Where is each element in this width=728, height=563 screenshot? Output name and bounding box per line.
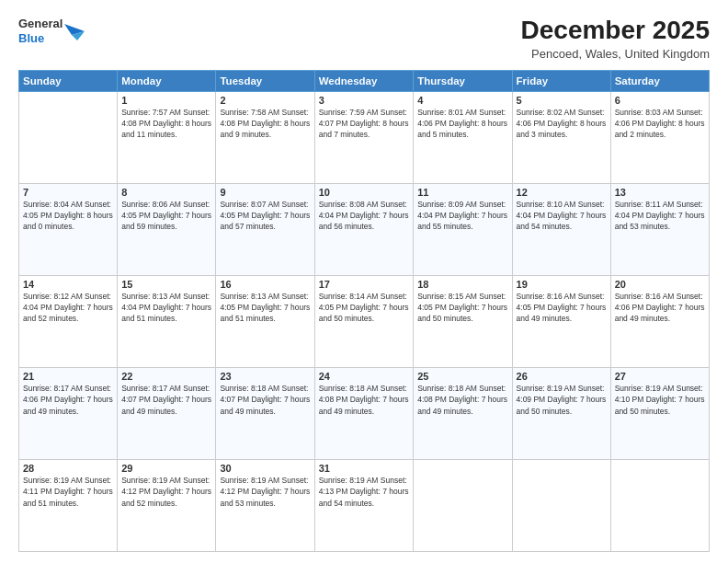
day-number: 2 xyxy=(220,95,310,106)
day-info: Sunrise: 7:57 AM Sunset: 4:08 PM Dayligh… xyxy=(121,107,211,141)
day-number: 8 xyxy=(121,187,211,198)
day-number: 15 xyxy=(121,279,211,290)
day-number: 17 xyxy=(319,279,410,290)
day-info: Sunrise: 8:12 AM Sunset: 4:04 PM Dayligh… xyxy=(23,291,113,325)
table-row: 12Sunrise: 8:10 AM Sunset: 4:04 PM Dayli… xyxy=(512,183,610,275)
day-number: 25 xyxy=(417,371,507,382)
table-row: 19Sunrise: 8:16 AM Sunset: 4:05 PM Dayli… xyxy=(512,275,610,367)
table-row: 30Sunrise: 8:19 AM Sunset: 4:12 PM Dayli… xyxy=(216,459,314,551)
day-number: 30 xyxy=(220,463,310,474)
day-number: 6 xyxy=(615,95,705,106)
subtitle: Pencoed, Wales, United Kingdom xyxy=(521,47,710,61)
day-info: Sunrise: 8:18 AM Sunset: 4:08 PM Dayligh… xyxy=(417,383,507,417)
day-info: Sunrise: 8:19 AM Sunset: 4:12 PM Dayligh… xyxy=(121,475,211,509)
day-info: Sunrise: 8:14 AM Sunset: 4:05 PM Dayligh… xyxy=(319,291,410,325)
day-number: 31 xyxy=(319,463,410,474)
table-row: 8Sunrise: 8:06 AM Sunset: 4:05 PM Daylig… xyxy=(118,183,216,275)
day-number: 9 xyxy=(220,187,310,198)
day-info: Sunrise: 8:01 AM Sunset: 4:06 PM Dayligh… xyxy=(417,107,507,141)
table-row: 28Sunrise: 8:19 AM Sunset: 4:11 PM Dayli… xyxy=(19,459,118,551)
day-info: Sunrise: 8:09 AM Sunset: 4:04 PM Dayligh… xyxy=(417,199,507,233)
table-row: 18Sunrise: 8:15 AM Sunset: 4:05 PM Dayli… xyxy=(414,275,512,367)
day-info: Sunrise: 8:04 AM Sunset: 4:05 PM Dayligh… xyxy=(23,199,113,233)
col-sunday: Sunday xyxy=(19,70,118,91)
table-row xyxy=(512,459,610,551)
day-number: 27 xyxy=(615,371,705,382)
logo: General Blue xyxy=(18,17,85,45)
day-info: Sunrise: 8:19 AM Sunset: 4:09 PM Dayligh… xyxy=(517,383,607,417)
table-row: 23Sunrise: 8:18 AM Sunset: 4:07 PM Dayli… xyxy=(216,367,314,459)
table-row: 10Sunrise: 8:08 AM Sunset: 4:04 PM Dayli… xyxy=(314,183,414,275)
table-row: 21Sunrise: 8:17 AM Sunset: 4:06 PM Dayli… xyxy=(19,367,118,459)
day-number: 11 xyxy=(417,187,507,198)
day-info: Sunrise: 8:18 AM Sunset: 4:07 PM Dayligh… xyxy=(220,383,310,417)
day-number: 5 xyxy=(517,95,607,106)
logo-bird-icon xyxy=(64,18,85,44)
day-info: Sunrise: 8:13 AM Sunset: 4:05 PM Dayligh… xyxy=(220,291,310,325)
table-row xyxy=(19,91,118,183)
col-saturday: Saturday xyxy=(610,70,709,91)
day-number: 21 xyxy=(23,371,113,382)
table-row: 14Sunrise: 8:12 AM Sunset: 4:04 PM Dayli… xyxy=(19,275,118,367)
table-row: 29Sunrise: 8:19 AM Sunset: 4:12 PM Dayli… xyxy=(118,459,216,551)
table-row: 31Sunrise: 8:19 AM Sunset: 4:13 PM Dayli… xyxy=(314,459,414,551)
col-wednesday: Wednesday xyxy=(314,70,414,91)
calendar-week-4: 21Sunrise: 8:17 AM Sunset: 4:06 PM Dayli… xyxy=(19,367,710,459)
day-number: 24 xyxy=(319,371,410,382)
calendar-week-5: 28Sunrise: 8:19 AM Sunset: 4:11 PM Dayli… xyxy=(19,459,710,551)
header: General Blue December 2025 Pencoed, Wale… xyxy=(18,17,710,61)
table-row: 11Sunrise: 8:09 AM Sunset: 4:04 PM Dayli… xyxy=(414,183,512,275)
day-number: 1 xyxy=(121,95,211,106)
col-tuesday: Tuesday xyxy=(216,70,314,91)
day-number: 16 xyxy=(220,279,310,290)
day-info: Sunrise: 7:58 AM Sunset: 4:08 PM Dayligh… xyxy=(220,107,310,141)
table-row: 15Sunrise: 8:13 AM Sunset: 4:04 PM Dayli… xyxy=(118,275,216,367)
col-monday: Monday xyxy=(118,70,216,91)
table-row xyxy=(414,459,512,551)
table-row: 26Sunrise: 8:19 AM Sunset: 4:09 PM Dayli… xyxy=(512,367,610,459)
day-info: Sunrise: 8:19 AM Sunset: 4:10 PM Dayligh… xyxy=(615,383,705,417)
day-number: 7 xyxy=(23,187,113,198)
logo-blue: Blue xyxy=(18,31,63,46)
col-friday: Friday xyxy=(512,70,610,91)
day-number: 14 xyxy=(23,279,113,290)
table-row xyxy=(610,459,709,551)
calendar-table: Sunday Monday Tuesday Wednesday Thursday… xyxy=(18,70,710,552)
day-info: Sunrise: 8:07 AM Sunset: 4:05 PM Dayligh… xyxy=(220,199,310,233)
table-row: 17Sunrise: 8:14 AM Sunset: 4:05 PM Dayli… xyxy=(314,275,414,367)
day-number: 20 xyxy=(615,279,705,290)
table-row: 9Sunrise: 8:07 AM Sunset: 4:05 PM Daylig… xyxy=(216,183,314,275)
calendar-week-3: 14Sunrise: 8:12 AM Sunset: 4:04 PM Dayli… xyxy=(19,275,710,367)
table-row: 2Sunrise: 7:58 AM Sunset: 4:08 PM Daylig… xyxy=(216,91,314,183)
table-row: 16Sunrise: 8:13 AM Sunset: 4:05 PM Dayli… xyxy=(216,275,314,367)
table-row: 20Sunrise: 8:16 AM Sunset: 4:06 PM Dayli… xyxy=(610,275,709,367)
table-row: 24Sunrise: 8:18 AM Sunset: 4:08 PM Dayli… xyxy=(314,367,414,459)
day-info: Sunrise: 8:17 AM Sunset: 4:07 PM Dayligh… xyxy=(121,383,211,417)
table-row: 5Sunrise: 8:02 AM Sunset: 4:06 PM Daylig… xyxy=(512,91,610,183)
day-info: Sunrise: 8:13 AM Sunset: 4:04 PM Dayligh… xyxy=(121,291,211,325)
col-thursday: Thursday xyxy=(414,70,512,91)
table-row: 13Sunrise: 8:11 AM Sunset: 4:04 PM Dayli… xyxy=(610,183,709,275)
day-info: Sunrise: 8:08 AM Sunset: 4:04 PM Dayligh… xyxy=(319,199,410,233)
day-number: 4 xyxy=(417,95,507,106)
day-info: Sunrise: 8:11 AM Sunset: 4:04 PM Dayligh… xyxy=(615,199,705,233)
logo-graphic: General Blue xyxy=(18,17,85,45)
page: General Blue December 2025 Pencoed, Wale… xyxy=(0,0,728,563)
calendar-week-1: 1Sunrise: 7:57 AM Sunset: 4:08 PM Daylig… xyxy=(19,91,710,183)
table-row: 4Sunrise: 8:01 AM Sunset: 4:06 PM Daylig… xyxy=(414,91,512,183)
day-number: 3 xyxy=(319,95,410,106)
day-number: 23 xyxy=(220,371,310,382)
day-number: 19 xyxy=(517,279,607,290)
main-title: December 2025 xyxy=(521,17,710,45)
table-row: 6Sunrise: 8:03 AM Sunset: 4:06 PM Daylig… xyxy=(610,91,709,183)
day-number: 18 xyxy=(417,279,507,290)
day-info: Sunrise: 8:02 AM Sunset: 4:06 PM Dayligh… xyxy=(517,107,607,141)
day-number: 29 xyxy=(121,463,211,474)
day-info: Sunrise: 8:19 AM Sunset: 4:12 PM Dayligh… xyxy=(220,475,310,509)
day-number: 13 xyxy=(615,187,705,198)
title-block: December 2025 Pencoed, Wales, United Kin… xyxy=(521,17,710,61)
day-number: 10 xyxy=(319,187,410,198)
day-info: Sunrise: 7:59 AM Sunset: 4:07 PM Dayligh… xyxy=(319,107,410,141)
logo-general: General xyxy=(18,17,63,31)
calendar-week-2: 7Sunrise: 8:04 AM Sunset: 4:05 PM Daylig… xyxy=(19,183,710,275)
